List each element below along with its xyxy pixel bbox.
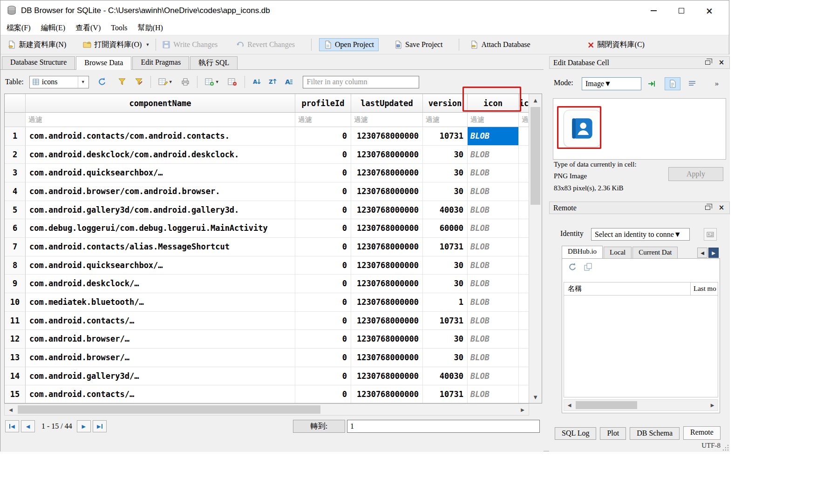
cell-partial[interactable]: [519, 164, 529, 182]
cell-profileId[interactable]: 0: [295, 275, 351, 293]
cell-componentName[interactable]: com.android.browser/com.android.browser.: [26, 182, 295, 201]
cell-version[interactable]: 10731: [423, 385, 468, 403]
minimize-button[interactable]: [639, 0, 667, 21]
row-number[interactable]: 13: [5, 349, 26, 367]
cell-componentName[interactable]: com.android.quicksearchbox/…: [26, 256, 295, 275]
row-number[interactable]: 12: [5, 330, 26, 349]
tab-scroll-right-icon[interactable]: ▶: [708, 248, 719, 258]
filter-lastUpdated[interactable]: 過濾: [351, 113, 423, 127]
row-number[interactable]: 1: [5, 127, 26, 146]
cell-icon-blob[interactable]: BLOB: [468, 201, 519, 220]
dock-tab-plot[interactable]: Plot: [600, 427, 626, 440]
mode-select[interactable]: Image ▼: [582, 77, 641, 90]
cell-componentName[interactable]: com.android.deskclock/…: [26, 275, 295, 293]
row-number[interactable]: 5: [5, 201, 26, 220]
cell-partial[interactable]: [519, 385, 529, 403]
cell-profileId[interactable]: 0: [295, 182, 351, 201]
row-number[interactable]: 2: [5, 146, 26, 164]
filter-componentName[interactable]: 過濾: [26, 113, 295, 127]
dock-tab-remote[interactable]: Remote: [683, 426, 721, 440]
cell-partial[interactable]: [519, 330, 529, 349]
remote-refresh-button[interactable]: [568, 262, 578, 273]
cell-icon-blob[interactable]: BLOB: [468, 312, 519, 330]
cell-lastUpdated[interactable]: 1230768000000: [351, 219, 423, 238]
panel-overflow-button[interactable]: »: [711, 77, 722, 90]
remote-scroll-thumb[interactable]: [576, 401, 637, 409]
scroll-right-icon[interactable]: ▶: [517, 404, 529, 415]
cell-profileId[interactable]: 0: [295, 201, 351, 220]
menu-help[interactable]: 幫助(H): [133, 21, 168, 35]
import-data-button[interactable]: [645, 77, 658, 90]
cell-componentName[interactable]: com.android.contacts/…: [26, 312, 295, 330]
cell-partial[interactable]: [519, 201, 529, 220]
cell-icon-blob[interactable]: BLOB: [468, 238, 519, 256]
toggle-format-button[interactable]: A: [284, 78, 293, 86]
cell-partial[interactable]: [519, 367, 529, 386]
column-header-componentName[interactable]: componentName: [26, 94, 295, 113]
cell-version[interactable]: 30: [423, 330, 468, 349]
dock-tab-sql-log[interactable]: SQL Log: [555, 427, 596, 440]
cell-icon-blob[interactable]: BLOB: [468, 367, 519, 386]
scroll-left-icon[interactable]: ◀: [5, 404, 17, 415]
cell-profileId[interactable]: 0: [295, 349, 351, 367]
table-row[interactable]: 6 com.debug.loggerui/com.debug.loggerui.…: [5, 219, 529, 238]
global-filter-input[interactable]: [303, 76, 419, 88]
import-identity-button[interactable]: [704, 228, 717, 241]
table-row[interactable]: 7 com.android.contacts/alias.MessageShor…: [5, 238, 529, 256]
cell-profileId[interactable]: 0: [295, 127, 351, 146]
print-button[interactable]: [181, 78, 190, 86]
row-number[interactable]: 6: [5, 219, 26, 238]
sort-asc-button[interactable]: A: [252, 78, 262, 86]
cell-componentName[interactable]: com.android.quicksearchbox/…: [26, 164, 295, 182]
refresh-button[interactable]: [97, 77, 107, 87]
cell-version[interactable]: 30: [423, 256, 468, 275]
cell-componentName[interactable]: com.android.browser/…: [26, 330, 295, 349]
cell-icon-blob[interactable]: BLOB: [468, 349, 519, 367]
save-project-button[interactable]: Save Project: [391, 38, 446, 51]
horizontal-scroll-thumb[interactable]: [18, 405, 320, 414]
menu-edit[interactable]: 編輯(E): [36, 21, 70, 35]
write-changes-button[interactable]: Write Changes: [159, 38, 221, 51]
cell-partial[interactable]: [519, 312, 529, 330]
maximize-button[interactable]: [667, 0, 695, 21]
remote-clone-button[interactable]: [584, 262, 594, 273]
close-button[interactable]: ×: [695, 0, 723, 21]
cell-version[interactable]: 40030: [423, 367, 468, 386]
cell-icon-blob[interactable]: BLOB: [468, 182, 519, 201]
dock-tab-db-schema[interactable]: DB Schema: [630, 427, 680, 440]
grid-horizontal-scrollbar[interactable]: ◀ ▶: [4, 403, 529, 416]
cell-lastUpdated[interactable]: 1230768000000: [351, 349, 423, 367]
table-select[interactable]: icons ▼: [29, 76, 89, 88]
row-number[interactable]: 4: [5, 182, 26, 201]
menu-tools[interactable]: Tools: [106, 21, 132, 35]
cell-componentName[interactable]: com.mediatek.bluetooth/…: [26, 293, 295, 312]
tab-edit-pragmas[interactable]: Edit Pragmas: [132, 56, 189, 69]
sort-desc-button[interactable]: Z: [268, 78, 278, 86]
cell-partial[interactable]: [519, 182, 529, 201]
close-database-button[interactable]: × 關閉資料庫(C): [584, 38, 648, 52]
column-header-lastUpdated[interactable]: lastUpdated: [351, 94, 423, 113]
open-database-button[interactable]: 打開資料庫(O) ▼: [80, 38, 153, 52]
row-number[interactable]: 14: [5, 367, 26, 386]
cell-lastUpdated[interactable]: 1230768000000: [351, 256, 423, 275]
column-header-version[interactable]: version: [423, 94, 468, 113]
remote-list-column-lastmodified[interactable]: Last mo: [691, 282, 718, 295]
cell-lastUpdated[interactable]: 1230768000000: [351, 182, 423, 201]
cell-componentName[interactable]: com.android.browser/…: [26, 349, 295, 367]
cell-icon-blob[interactable]: BLOB: [468, 293, 519, 312]
undock-panel-button[interactable]: [703, 59, 712, 67]
column-header-profileId[interactable]: profileId: [295, 94, 351, 113]
open-project-button[interactable]: Open Project: [319, 38, 379, 51]
cell-icon-blob[interactable]: BLOB: [468, 164, 519, 182]
cell-profileId[interactable]: 0: [295, 146, 351, 164]
edit-table-button[interactable]: ▼: [158, 78, 173, 86]
cell-componentName[interactable]: com.android.contacts/…: [26, 385, 295, 403]
filter-version[interactable]: 過濾: [423, 113, 468, 127]
cell-profileId[interactable]: 0: [295, 312, 351, 330]
cell-componentName[interactable]: com.android.gallery3d/com.android.galler…: [26, 201, 295, 220]
cell-partial[interactable]: [519, 127, 529, 146]
open-database-caret-icon[interactable]: ▼: [145, 42, 150, 47]
cell-profileId[interactable]: 0: [295, 256, 351, 275]
table-row[interactable]: 9 com.android.deskclock/… 0 123076800000…: [5, 275, 529, 293]
cell-version[interactable]: 30: [423, 146, 468, 164]
